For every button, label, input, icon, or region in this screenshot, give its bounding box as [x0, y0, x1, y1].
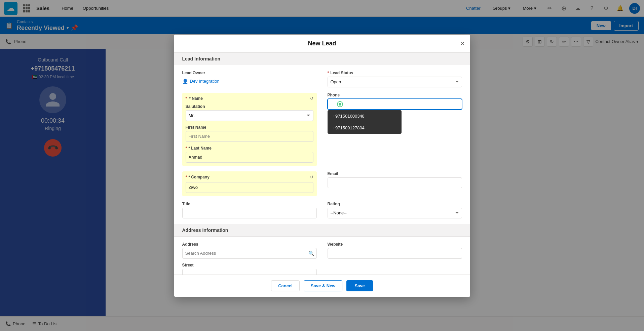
phone-autocomplete-dropdown: +971501600348 +971509127804 [328, 110, 402, 134]
name-field-group: * * Name ↺ Salutation Mr. Ms. Mrs. D [182, 93, 317, 166]
lead-information-header: Lead Information [174, 53, 470, 65]
company-reset-icon[interactable]: ↺ [310, 175, 313, 179]
street-input[interactable] [182, 269, 317, 275]
email-field: Email [328, 171, 462, 196]
lead-information-section: Lead Information Lead Owner 👤 Dev Integr… [174, 53, 470, 224]
street-field: Street [182, 263, 317, 275]
address-information-section: Address Information Address 🔍 Street [174, 224, 470, 275]
title-field: Title [182, 202, 317, 218]
search-address-input[interactable] [182, 248, 317, 259]
lead-owner-field: Lead Owner 👤 Dev Integration [182, 71, 317, 87]
modal-header: New Lead × [174, 35, 470, 53]
modal-close-button[interactable]: × [461, 40, 465, 47]
first-name-label: First Name [186, 125, 313, 130]
lead-status-field: * Lead Status Open Working Closed - Conv… [328, 71, 462, 87]
last-name-field: * * Last Name [186, 146, 313, 163]
new-lead-modal: New Lead × Lead Information Lead Owner 👤… [174, 35, 470, 297]
rating-label: Rating [328, 202, 462, 206]
email-input[interactable] [328, 177, 462, 188]
company-input[interactable] [186, 182, 313, 193]
address-label: Address [182, 242, 317, 247]
salutation-field: Salutation Mr. Ms. Mrs. Dr. Prof. [186, 104, 313, 121]
email-label: Email [328, 171, 462, 176]
title-label: Title [182, 202, 317, 206]
lead-owner-value: Dev Integration [190, 79, 220, 84]
last-name-input[interactable] [186, 152, 313, 163]
save-button[interactable]: Save [346, 280, 373, 291]
website-input[interactable] [328, 248, 462, 259]
last-name-label: * * Last Name [186, 146, 313, 151]
search-icon: 🔍 [308, 251, 314, 256]
website-field: Website [328, 242, 462, 275]
company-label: * * Company [186, 175, 210, 179]
lead-owner-value-row: 👤 Dev Integration [182, 77, 317, 86]
street-label: Street [182, 263, 317, 267]
rating-select[interactable]: --None-- Hot Warm Cold [328, 208, 462, 218]
salutation-select[interactable]: Mr. Ms. Mrs. Dr. Prof. [186, 110, 313, 121]
cancel-button[interactable]: Cancel [271, 280, 300, 291]
first-name-input[interactable] [186, 131, 313, 142]
phone-label: Phone [328, 93, 462, 97]
search-address-wrapper: 🔍 [182, 248, 317, 259]
address-information-header: Address Information [174, 224, 470, 237]
lead-status-label: * Lead Status [328, 71, 462, 75]
lead-information-content: Lead Owner 👤 Dev Integration * Lead Stat… [174, 65, 470, 224]
address-information-content: Address 🔍 Street City [174, 237, 470, 275]
required-star: * [328, 71, 329, 75]
modal-title: New Lead [308, 40, 336, 47]
modal-footer: Cancel Save & New Save [174, 275, 470, 297]
phone-focus-indicator [337, 101, 343, 107]
company-field: * * Company ↺ [182, 171, 317, 196]
website-label: Website [328, 242, 462, 247]
company-label-row: * * Company ↺ [186, 175, 313, 179]
first-name-field: First Name [186, 125, 313, 142]
phone-field: Phone +971501600348 +971509127804 [328, 93, 462, 166]
phone-input-wrapper: +971501600348 +971509127804 [328, 99, 462, 110]
title-input[interactable] [182, 208, 317, 218]
rating-field: Rating --None-- Hot Warm Cold [328, 202, 462, 218]
lead-owner-avatar-icon: 👤 [182, 79, 188, 84]
modal-overlay: New Lead × Lead Information Lead Owner 👤… [0, 0, 644, 316]
lead-owner-label: Lead Owner [182, 71, 317, 75]
address-field: Address 🔍 Street City [182, 242, 317, 275]
name-label: * * Name [186, 96, 203, 101]
save-new-button[interactable]: Save & New [304, 280, 343, 291]
salutation-label: Salutation [186, 104, 313, 109]
lead-status-select[interactable]: Open Working Closed - Converted Closed -… [328, 77, 462, 87]
phone-suggestion-2[interactable]: +971509127804 [328, 122, 402, 134]
phone-suggestion-1[interactable]: +971501600348 [328, 110, 402, 122]
modal-body: Lead Information Lead Owner 👤 Dev Integr… [174, 53, 470, 275]
phone-input[interactable] [328, 99, 462, 110]
name-reset-icon[interactable]: ↺ [310, 96, 313, 101]
name-label-row: * * Name ↺ [186, 96, 313, 101]
